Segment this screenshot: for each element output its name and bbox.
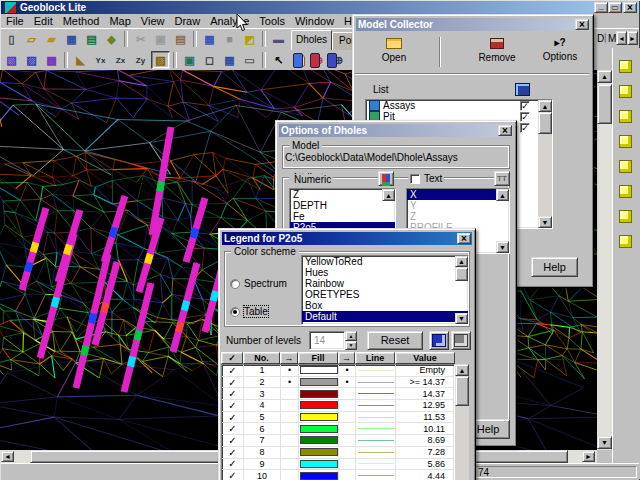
fill-cell[interactable]: [299, 447, 339, 458]
table-radio[interactable]: Table: [230, 306, 268, 317]
legend-header-6[interactable]: Value: [395, 352, 455, 364]
reset-button[interactable]: Reset: [367, 331, 423, 350]
menu-item-method[interactable]: Method: [58, 14, 105, 28]
numeric-item[interactable]: Z: [290, 189, 395, 200]
monitor-icon[interactable]: [515, 83, 530, 96]
legend-row[interactable]: ✓2••>= 14.37: [222, 377, 454, 389]
vscroll-down-button[interactable]: ▼: [597, 436, 612, 449]
text-scroll-up[interactable]: ▲: [496, 189, 509, 201]
line-cell[interactable]: [356, 388, 396, 399]
view-reset-cube-button[interactable]: [614, 231, 636, 251]
view-left-cube-button[interactable]: [614, 106, 636, 126]
text-attr-icon[interactable]: TT: [494, 171, 510, 186]
fill-cell[interactable]: [299, 412, 339, 423]
save-legend-button[interactable]: [429, 331, 449, 350]
fill-cell[interactable]: [299, 459, 339, 470]
open-folder-icon[interactable]: ▰: [42, 30, 61, 48]
menu-item-map[interactable]: Map: [104, 14, 135, 28]
menu-item-tools[interactable]: Tools: [254, 14, 290, 28]
paste-icon[interactable]: ▤: [171, 30, 190, 48]
tab-scroll-right-button[interactable]: ►: [627, 31, 638, 45]
numeric-item[interactable]: Fe: [290, 211, 395, 222]
row-check-icon[interactable]: ✓: [222, 435, 244, 446]
view-right-cube-button[interactable]: [614, 131, 636, 151]
text-scroll-down[interactable]: ▼: [496, 241, 509, 253]
import-icon[interactable]: ▦: [62, 30, 81, 48]
plane-icon[interactable]: ◣: [71, 51, 90, 69]
line-cell[interactable]: [356, 412, 396, 423]
model-list-scroll-thumb[interactable]: [538, 112, 552, 134]
hscroll-left-button[interactable]: ◄: [1, 451, 14, 462]
legend-close-icon[interactable]: ×: [457, 233, 471, 244]
legend-header-5[interactable]: Line: [355, 352, 395, 364]
row-check-icon[interactable]: ✓: [222, 459, 244, 470]
row-check-icon[interactable]: ✓: [222, 470, 244, 480]
save-as-legend-button[interactable]: [451, 331, 471, 350]
legend-header-0[interactable]: ✓: [221, 352, 243, 364]
line-cell[interactable]: [356, 400, 396, 411]
spectrum-radio-circle[interactable]: [230, 279, 240, 289]
row-check-icon[interactable]: ✓: [222, 365, 244, 376]
scheme-item[interactable]: Default: [302, 311, 468, 322]
minimize-button[interactable]: _: [594, 2, 608, 13]
text-checkbox[interactable]: Text: [408, 173, 444, 184]
axis-yx-icon[interactable]: Yx: [91, 51, 110, 69]
scheme-scroll-thumb[interactable]: [455, 267, 468, 281]
scheme-item[interactable]: Rainbow: [302, 278, 468, 289]
levels-spin-edit[interactable]: 14: [309, 331, 345, 350]
view-back-cube-button[interactable]: [614, 81, 636, 101]
model-wizard-icon[interactable]: ▤: [82, 30, 101, 48]
main-title-bar[interactable]: Geoblock Lite _ ▭ ×: [1, 1, 639, 14]
red-dhole-icon[interactable]: [310, 53, 320, 68]
view-front-cube-button[interactable]: [614, 56, 636, 76]
fill-cell[interactable]: [299, 388, 339, 399]
open-button[interactable]: Open: [363, 35, 425, 71]
row-check-icon[interactable]: ✓: [222, 412, 244, 423]
legend-header-1[interactable]: No.: [243, 352, 280, 364]
fill-cell[interactable]: [299, 435, 339, 446]
new-doc-icon[interactable]: ▯: [2, 30, 21, 48]
scheme-item[interactable]: Box: [302, 300, 468, 311]
hscroll-right-button[interactable]: ►: [582, 451, 595, 462]
legend-row[interactable]: ✓78.69: [222, 435, 454, 447]
cut-icon[interactable]: ✂: [131, 30, 150, 48]
section-icon[interactable]: ▭: [240, 51, 259, 69]
legend-row[interactable]: ✓87.28: [222, 447, 454, 459]
axis-zx-icon[interactable]: Zx: [111, 51, 130, 69]
legend-scroll-up[interactable]: ▲: [455, 364, 469, 376]
line-cell[interactable]: [356, 365, 396, 376]
row-check-icon[interactable]: ✓: [222, 423, 244, 434]
scheme-item[interactable]: Hues: [302, 267, 468, 278]
fill-cell[interactable]: [299, 365, 339, 376]
print-icon[interactable]: ▬: [269, 30, 288, 48]
row-check-icon[interactable]: ✓: [222, 400, 244, 411]
scheme-scroll-up[interactable]: ▲: [455, 256, 468, 267]
options-dholes-close-icon[interactable]: ×: [498, 125, 512, 136]
model-collector-title-bar[interactable]: Model Collector ×: [356, 18, 590, 31]
line-cell[interactable]: [356, 423, 396, 434]
menu-item-draw[interactable]: Draw: [169, 14, 205, 28]
menu-item-file[interactable]: File: [1, 14, 29, 28]
legend-header-4[interactable]: →: [338, 352, 355, 364]
model-collector-close-icon[interactable]: ×: [575, 19, 589, 30]
levels-spin-down[interactable]: ▼: [345, 341, 357, 350]
axis-xyz-icon[interactable]: ▨: [151, 51, 170, 69]
scheme-item[interactable]: YellowToRed: [302, 256, 468, 267]
row-check-icon[interactable]: ✓: [222, 447, 244, 458]
remove-button[interactable]: Remove: [465, 35, 529, 71]
scheme-listbox[interactable]: YellowToRedHuesRainbowORETYPESBoxDefault: [301, 255, 469, 325]
legend-title-bar[interactable]: Legend for P2o5 ×: [222, 232, 472, 245]
fill-cell[interactable]: [299, 400, 339, 411]
text-checkbox-box[interactable]: [410, 174, 420, 184]
vscroll-up-button[interactable]: ▲: [597, 70, 612, 83]
numeric-item[interactable]: DEPTH: [290, 200, 395, 211]
volume-icon[interactable]: ▦: [220, 51, 239, 69]
text-item[interactable]: Z: [407, 211, 509, 222]
copy-icon[interactable]: ▣: [151, 30, 170, 48]
text-item[interactable]: X: [407, 189, 509, 200]
menu-item-view[interactable]: View: [136, 14, 170, 28]
numeric-scroll-up[interactable]: ▲: [382, 189, 395, 201]
restore-button[interactable]: ▭: [608, 2, 622, 13]
model-item-checkbox[interactable]: ✓: [520, 123, 530, 133]
text-item[interactable]: Y: [407, 200, 509, 211]
